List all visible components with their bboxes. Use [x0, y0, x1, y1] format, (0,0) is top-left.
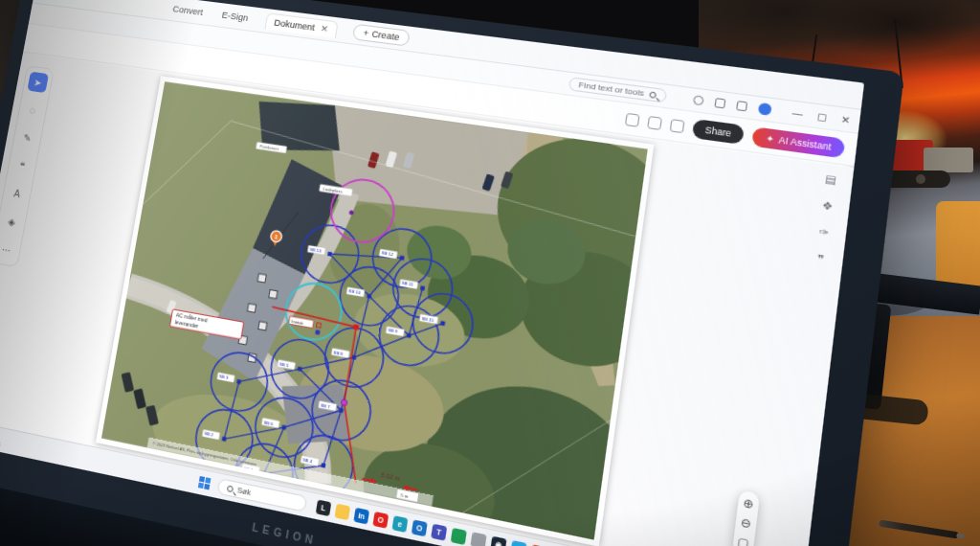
bookmarks-panel-icon[interactable]: ❖ — [821, 199, 834, 213]
close-button[interactable]: ✕ — [840, 114, 851, 126]
close-tab-icon[interactable]: ✕ — [320, 23, 329, 34]
laptop: Convert E-Sign Dokument ✕ + Create — [0, 0, 904, 546]
create-button[interactable]: + Create — [352, 24, 411, 47]
apps-grid-icon[interactable] — [736, 101, 747, 111]
zoom-toolbar: ⊕⊖▢ — [731, 489, 760, 546]
draw-tool[interactable]: ✎ — [16, 126, 38, 148]
ai-assistant-label: AI Assistant — [778, 134, 832, 152]
maximize-button[interactable]: ▢ — [816, 110, 828, 123]
photo-scene: SAMSUNG Convert E-Sign Dokument ✕ + — [0, 0, 980, 546]
weather-temp: 14°C — [0, 427, 3, 440]
share-button-label: Share — [704, 125, 732, 139]
notifications-bell-icon[interactable] — [693, 95, 704, 105]
start-button[interactable] — [198, 476, 212, 490]
ai-assistant-button[interactable]: ✦ AI Assistant — [752, 126, 846, 158]
quick-tools-rail: ➤◌✎❝A◈⋯ — [0, 65, 55, 267]
share-button[interactable]: Share — [692, 118, 746, 144]
outlook-icon[interactable]: O — [412, 519, 428, 536]
search-placeholder: Søk — [236, 485, 252, 497]
zoom-in-tool[interactable]: ⊕ — [743, 496, 754, 511]
minimize-button[interactable]: — — [791, 107, 803, 120]
app-l-dark-icon[interactable]: L — [316, 500, 332, 517]
opera-icon[interactable]: O — [372, 512, 389, 529]
comments-panel-icon[interactable]: ❞ — [817, 252, 825, 265]
print-icon[interactable] — [625, 112, 640, 126]
find-bar-label: Find text or tools — [578, 80, 644, 99]
side-panel-rail: ▤❖✑❞ — [806, 171, 846, 267]
add-text-tool[interactable]: A — [6, 182, 28, 204]
stamp-tool[interactable]: ◈ — [1, 210, 23, 232]
green-app-icon[interactable] — [451, 528, 467, 545]
pages-panel-icon[interactable]: ▤ — [824, 172, 836, 186]
file-explorer-icon[interactable] — [334, 504, 350, 521]
select-tool[interactable]: ➤ — [27, 72, 49, 94]
ai-sparkle-icon: ✦ — [766, 132, 775, 144]
cloud-sync-icon[interactable] — [714, 98, 725, 108]
onedrive-icon[interactable]: ☁ — [510, 540, 526, 546]
download-icon[interactable] — [647, 115, 662, 129]
more-tools[interactable]: ⋯ — [0, 239, 17, 262]
attachments-panel-icon[interactable]: ✑ — [818, 225, 830, 239]
search-icon — [227, 485, 234, 492]
tab-esign[interactable]: E-Sign — [219, 8, 252, 25]
gray-app-icon[interactable] — [470, 532, 486, 546]
laptop-bezel: Convert E-Sign Dokument ✕ + Create — [0, 0, 904, 546]
tab-convert[interactable]: Convert — [169, 2, 206, 19]
search-icon — [649, 91, 657, 98]
fit-page-tool[interactable]: ▢ — [737, 535, 750, 546]
teams-icon[interactable]: T — [431, 524, 447, 541]
laptop-brand-logo: LEGION — [252, 521, 319, 546]
plus-icon: + — [363, 28, 369, 38]
loupe-tool[interactable]: ◌ — [22, 99, 44, 121]
comment-tool[interactable]: ❝ — [11, 154, 33, 176]
laptop-screen: Convert E-Sign Dokument ✕ + Create — [0, 0, 864, 546]
create-button-label: Create — [371, 29, 400, 42]
steam-icon[interactable]: ◉ — [490, 536, 506, 546]
profile-avatar[interactable] — [758, 102, 772, 116]
more-options-icon[interactable] — [669, 118, 684, 132]
linkedin-icon[interactable]: in — [353, 508, 369, 525]
edge-icon[interactable]: e — [391, 515, 408, 533]
zoom-out-tool[interactable]: ⊖ — [740, 516, 751, 531]
document-tab-label: Dokument — [274, 17, 316, 33]
